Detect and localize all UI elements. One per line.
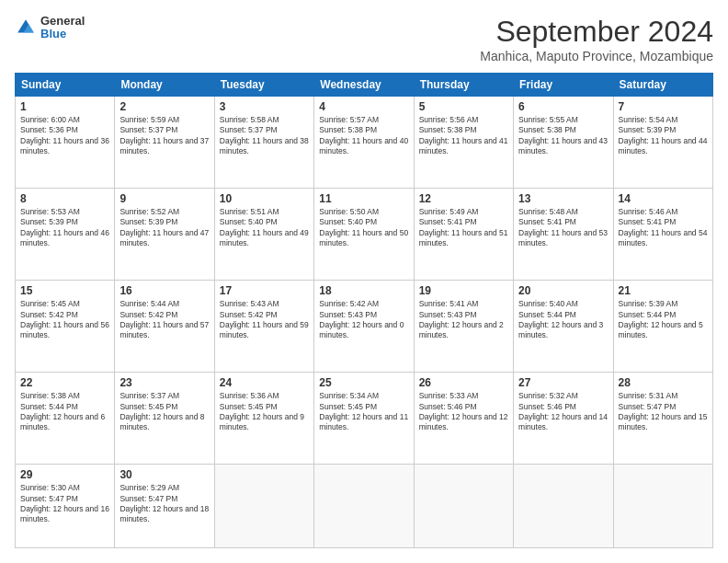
day-cell-24: 24 Sunrise: 5:36 AMSunset: 5:45 PMDaylig… (214, 373, 313, 465)
day-info: Sunrise: 5:48 AMSunset: 5:41 PMDaylight:… (518, 207, 608, 249)
day-cell-25: 25 Sunrise: 5:34 AMSunset: 5:45 PMDaylig… (314, 373, 414, 465)
logo-blue: Blue (40, 28, 85, 40)
day-cell-4: 4 Sunrise: 5:57 AMSunset: 5:38 PMDayligh… (314, 97, 414, 189)
day-cell-16: 16 Sunrise: 5:44 AMSunset: 5:42 PMDaylig… (115, 281, 214, 373)
day-number: 14 (619, 192, 708, 205)
day-cell-30: 30 Sunrise: 5:29 AMSunset: 5:47 PMDaylig… (115, 465, 214, 548)
day-cell-8: 8 Sunrise: 5:53 AMSunset: 5:39 PMDayligh… (16, 189, 115, 281)
day-cell-12: 12 Sunrise: 5:49 AMSunset: 5:41 PMDaylig… (414, 189, 513, 281)
logo-text: General Blue (40, 15, 85, 41)
day-number: 18 (319, 284, 408, 297)
day-number: 13 (518, 192, 608, 205)
day-info: Sunrise: 5:57 AMSunset: 5:38 PMDaylight:… (319, 115, 408, 157)
day-info: Sunrise: 5:40 AMSunset: 5:44 PMDaylight:… (518, 299, 608, 341)
day-info: Sunrise: 5:31 AMSunset: 5:47 PMDaylight:… (619, 391, 708, 433)
day-info: Sunrise: 5:33 AMSunset: 5:46 PMDaylight:… (419, 391, 508, 433)
day-cell-21: 21 Sunrise: 5:39 AMSunset: 5:44 PMDaylig… (613, 281, 712, 373)
header: General Blue September 2024 Manhica, Map… (15, 15, 713, 63)
day-info: Sunrise: 5:41 AMSunset: 5:43 PMDaylight:… (419, 299, 508, 341)
day-number: 10 (220, 192, 309, 205)
week-row-1: 1 Sunrise: 6:00 AMSunset: 5:36 PMDayligh… (16, 97, 713, 189)
day-cell-18: 18 Sunrise: 5:42 AMSunset: 5:43 PMDaylig… (314, 281, 414, 373)
day-number: 24 (220, 376, 309, 389)
day-number: 6 (518, 100, 608, 113)
day-cell-23: 23 Sunrise: 5:37 AMSunset: 5:45 PMDaylig… (115, 373, 214, 465)
day-cell-29: 29 Sunrise: 5:30 AMSunset: 5:47 PMDaylig… (16, 465, 115, 548)
day-info: Sunrise: 5:43 AMSunset: 5:42 PMDaylight:… (220, 299, 309, 341)
day-number: 11 (319, 192, 408, 205)
col-saturday: Saturday (613, 74, 712, 97)
empty-cell (214, 465, 313, 548)
day-number: 30 (119, 468, 209, 481)
day-cell-17: 17 Sunrise: 5:43 AMSunset: 5:42 PMDaylig… (214, 281, 313, 373)
day-number: 25 (319, 376, 408, 389)
day-info: Sunrise: 5:54 AMSunset: 5:39 PMDaylight:… (619, 115, 708, 157)
day-number: 2 (119, 100, 209, 113)
page: General Blue September 2024 Manhica, Map… (0, 0, 728, 563)
month-title: September 2024 (480, 15, 713, 49)
day-info: Sunrise: 5:59 AMSunset: 5:37 PMDaylight:… (119, 115, 209, 157)
day-info: Sunrise: 5:32 AMSunset: 5:46 PMDaylight:… (518, 391, 608, 433)
col-monday: Monday (115, 74, 214, 97)
empty-cell (613, 465, 712, 548)
day-cell-28: 28 Sunrise: 5:31 AMSunset: 5:47 PMDaylig… (613, 373, 712, 465)
day-cell-19: 19 Sunrise: 5:41 AMSunset: 5:43 PMDaylig… (414, 281, 513, 373)
calendar: Sunday Monday Tuesday Wednesday Thursday… (15, 73, 713, 548)
day-info: Sunrise: 5:37 AMSunset: 5:45 PMDaylight:… (119, 391, 209, 433)
empty-cell (514, 465, 613, 548)
day-info: Sunrise: 5:42 AMSunset: 5:43 PMDaylight:… (319, 299, 408, 341)
day-cell-15: 15 Sunrise: 5:45 AMSunset: 5:42 PMDaylig… (16, 281, 115, 373)
logo-icon (15, 17, 37, 39)
day-number: 4 (319, 100, 408, 113)
day-number: 9 (119, 192, 209, 205)
col-thursday: Thursday (414, 74, 513, 97)
day-number: 17 (220, 284, 309, 297)
day-cell-26: 26 Sunrise: 5:33 AMSunset: 5:46 PMDaylig… (414, 373, 513, 465)
day-info: Sunrise: 6:00 AMSunset: 5:36 PMDaylight:… (20, 115, 109, 157)
day-info: Sunrise: 5:51 AMSunset: 5:40 PMDaylight:… (220, 207, 309, 249)
empty-cell (314, 465, 414, 548)
day-number: 19 (419, 284, 508, 297)
empty-cell (414, 465, 513, 548)
day-info: Sunrise: 5:29 AMSunset: 5:47 PMDaylight:… (119, 483, 209, 525)
day-info: Sunrise: 5:53 AMSunset: 5:39 PMDaylight:… (20, 207, 109, 249)
day-number: 26 (419, 376, 508, 389)
day-cell-2: 2 Sunrise: 5:59 AMSunset: 5:37 PMDayligh… (115, 97, 214, 189)
day-info: Sunrise: 5:58 AMSunset: 5:37 PMDaylight:… (220, 115, 309, 157)
day-cell-22: 22 Sunrise: 5:38 AMSunset: 5:44 PMDaylig… (16, 373, 115, 465)
col-wednesday: Wednesday (314, 74, 414, 97)
calendar-header-row: Sunday Monday Tuesday Wednesday Thursday… (16, 74, 713, 97)
day-info: Sunrise: 5:30 AMSunset: 5:47 PMDaylight:… (20, 483, 109, 525)
day-number: 3 (220, 100, 309, 113)
col-sunday: Sunday (16, 74, 115, 97)
col-tuesday: Tuesday (214, 74, 313, 97)
day-cell-9: 9 Sunrise: 5:52 AMSunset: 5:39 PMDayligh… (115, 189, 214, 281)
day-number: 7 (619, 100, 708, 113)
day-number: 21 (619, 284, 708, 297)
logo-general: General (40, 15, 85, 28)
logo: General Blue (15, 15, 85, 41)
day-cell-13: 13 Sunrise: 5:48 AMSunset: 5:41 PMDaylig… (514, 189, 613, 281)
day-cell-6: 6 Sunrise: 5:55 AMSunset: 5:38 PMDayligh… (514, 97, 613, 189)
day-cell-14: 14 Sunrise: 5:46 AMSunset: 5:41 PMDaylig… (613, 189, 712, 281)
day-cell-20: 20 Sunrise: 5:40 AMSunset: 5:44 PMDaylig… (514, 281, 613, 373)
day-cell-1: 1 Sunrise: 6:00 AMSunset: 5:36 PMDayligh… (16, 97, 115, 189)
day-number: 5 (419, 100, 508, 113)
day-number: 1 (20, 100, 109, 113)
day-info: Sunrise: 5:46 AMSunset: 5:41 PMDaylight:… (619, 207, 708, 249)
day-info: Sunrise: 5:52 AMSunset: 5:39 PMDaylight:… (119, 207, 209, 249)
day-info: Sunrise: 5:49 AMSunset: 5:41 PMDaylight:… (419, 207, 508, 249)
day-info: Sunrise: 5:34 AMSunset: 5:45 PMDaylight:… (319, 391, 408, 433)
day-number: 23 (119, 376, 209, 389)
location-title: Manhica, Maputo Province, Mozambique (480, 49, 713, 63)
week-row-3: 15 Sunrise: 5:45 AMSunset: 5:42 PMDaylig… (16, 281, 713, 373)
day-number: 29 (20, 468, 109, 481)
day-info: Sunrise: 5:45 AMSunset: 5:42 PMDaylight:… (20, 299, 109, 341)
week-row-2: 8 Sunrise: 5:53 AMSunset: 5:39 PMDayligh… (16, 189, 713, 281)
day-number: 28 (619, 376, 708, 389)
day-number: 27 (518, 376, 608, 389)
day-cell-27: 27 Sunrise: 5:32 AMSunset: 5:46 PMDaylig… (514, 373, 613, 465)
day-info: Sunrise: 5:39 AMSunset: 5:44 PMDaylight:… (619, 299, 708, 341)
day-number: 16 (119, 284, 209, 297)
day-number: 22 (20, 376, 109, 389)
